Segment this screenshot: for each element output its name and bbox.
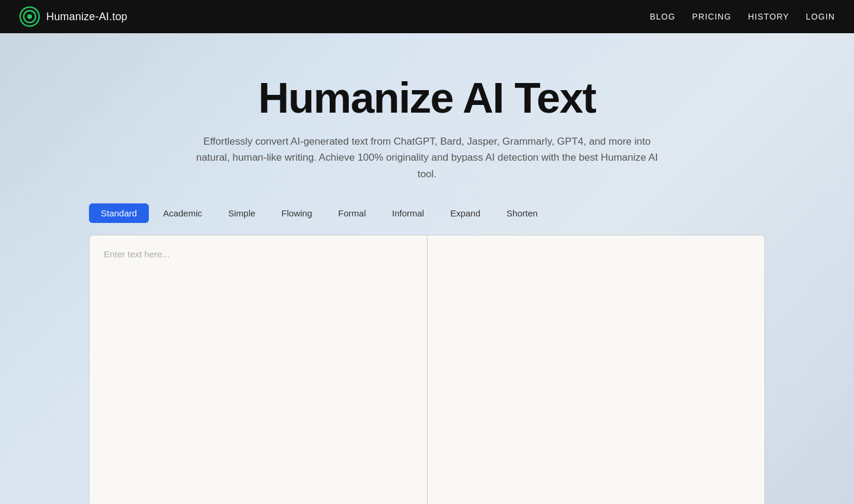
tab-flowing[interactable]: Flowing — [270, 203, 324, 223]
nav-pricing[interactable]: PRICING — [692, 12, 731, 21]
nav-blog[interactable]: BLOG — [650, 12, 675, 21]
tab-standard[interactable]: Standard — [89, 203, 149, 223]
nav-login[interactable]: LOGIN — [806, 12, 835, 21]
logo-icon — [19, 6, 40, 27]
hero-title: Humanize AI Text — [258, 75, 595, 122]
editor-output-panel — [428, 235, 765, 504]
tab-simple[interactable]: Simple — [216, 203, 267, 223]
editor-output-content — [428, 235, 765, 504]
editor-input-panel — [90, 235, 428, 504]
tab-informal[interactable]: Informal — [380, 203, 436, 223]
brand-logo[interactable]: Humanize-AI.top — [19, 6, 128, 27]
mode-tabs: Standard Academic Simple Flowing Formal … — [89, 203, 765, 223]
nav-history[interactable]: HISTORY — [748, 12, 789, 21]
tab-shorten[interactable]: Shorten — [495, 203, 550, 223]
hero-subtitle: Effortlessly convert AI-generated text f… — [184, 133, 670, 182]
tab-academic[interactable]: Academic — [151, 203, 214, 223]
navbar-links: BLOG PRICING HISTORY LOGIN — [650, 12, 835, 21]
editor-container — [89, 235, 765, 504]
main-content: Humanize AI Text Effortlessly convert AI… — [0, 33, 854, 504]
brand-name: Humanize-AI.top — [46, 11, 128, 23]
tab-expand[interactable]: Expand — [438, 203, 492, 223]
tab-formal[interactable]: Formal — [326, 203, 378, 223]
svg-point-2 — [27, 14, 32, 19]
navbar: Humanize-AI.top BLOG PRICING HISTORY LOG… — [0, 0, 854, 33]
text-input[interactable] — [90, 235, 427, 504]
